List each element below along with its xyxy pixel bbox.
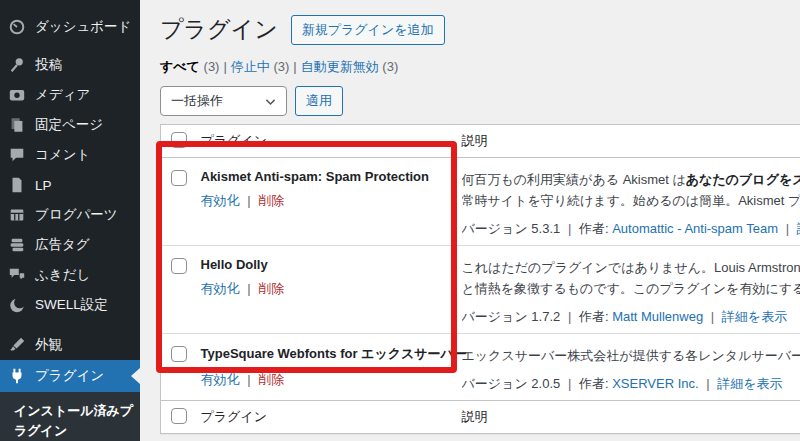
plugin-meta: バージョン 5.3.1 | 作者: Automattic - Anti-spam… — [462, 218, 800, 239]
plugins-page: プラグイン 新規プラグインを追加 すべて (3)|停止中 (3)|自動更新無効 … — [140, 0, 800, 441]
pages-icon — [8, 116, 26, 134]
select-all-checkbox[interactable] — [171, 132, 187, 148]
plugin-row-typesquare: TypeSquare Webfonts for エックスサーバー 有効化 | 削… — [161, 334, 800, 401]
filter-all-link[interactable]: すべて (3) — [160, 59, 219, 74]
comment-icon — [8, 146, 26, 164]
sidebar-item-plugins[interactable]: プラグイン — [0, 360, 140, 392]
plugin-description: 何百万もの利用実績がある Akismet はあなたのブログをスパムから — [462, 169, 800, 190]
plugin-description: と情熱を象徴するものです。このプラグインを有効にすると、すべて — [462, 278, 800, 299]
details-link[interactable]: 詳細を表示 — [717, 376, 782, 391]
apply-button-top[interactable]: 適用 — [295, 86, 343, 116]
activate-link[interactable]: 有効化 — [201, 372, 240, 387]
details-link[interactable]: 詳細を表示 — [722, 309, 787, 324]
sidebar-item-label: 外観 — [35, 336, 62, 354]
table-header-row: プラグイン 説明 — [161, 125, 800, 158]
row-checkbox[interactable] — [171, 170, 187, 186]
sidebar-item-label: プラグイン — [35, 367, 104, 385]
sidebar-item-label: SWELL設定 — [35, 296, 108, 314]
column-footer-plugin: プラグイン — [194, 401, 455, 434]
appearance-brush-icon — [8, 336, 26, 354]
admin-menu: ダッシュボード 投稿 メディア 固定ページ コメント LP ブログパーツ 広告 — [0, 0, 140, 392]
author-link[interactable]: Automattic - Anti-spam Team — [612, 221, 778, 236]
page-title: プラグイン — [160, 15, 278, 45]
speech-bubble-icon — [8, 266, 26, 284]
activate-link[interactable]: 有効化 — [201, 193, 240, 208]
plugin-row-hello-dolly: Hello Dolly 有効化 | 削除 これはただのプラグインではありません。… — [161, 246, 800, 334]
media-icon — [8, 86, 26, 104]
plugin-name: TypeSquare Webfonts for エックスサーバー — [201, 345, 448, 363]
swell-icon — [8, 296, 26, 314]
active-menu-arrow — [131, 368, 140, 384]
sidebar-item-label: メディア — [35, 86, 90, 104]
plugin-description: 常時サイトを守り続けます。始めるのは簡単。Akismet プラグインを — [462, 190, 800, 211]
sidebar-item-blog-parts[interactable]: ブログパーツ — [0, 200, 140, 230]
sidebar-item-label: コメント — [35, 146, 90, 164]
delete-link[interactable]: 削除 — [258, 281, 284, 296]
pin-icon — [8, 56, 26, 74]
admin-sidebar: ダッシュボード 投稿 メディア 固定ページ コメント LP ブログパーツ 広告 — [0, 0, 140, 441]
row-checkbox[interactable] — [171, 258, 187, 274]
select-all-checkbox[interactable] — [171, 408, 187, 424]
submenu-item-label: インストール済みプラグイン — [14, 403, 133, 438]
sidebar-item-label: ブログパーツ — [35, 206, 118, 224]
plugin-icon — [8, 367, 26, 385]
dashboard-icon — [8, 18, 26, 36]
sidebar-item-label: ふきだし — [35, 266, 90, 284]
sidebar-item-media[interactable]: メディア — [0, 80, 140, 110]
plugin-name: Akismet Anti-spam: Spam Protection — [201, 169, 448, 184]
sidebar-item-label: 広告タグ — [35, 236, 90, 254]
plugin-description: エックスサーバー株式会社が提供する各レンタルサーバーサービスで — [462, 345, 800, 366]
plugin-status-filters: すべて (3)|停止中 (3)|自動更新無効 (3) — [160, 58, 800, 76]
filter-inactive-link[interactable]: 停止中 (3) — [231, 59, 290, 74]
add-new-plugin-button[interactable]: 新規プラグインを追加 — [291, 15, 445, 45]
sidebar-item-fukidashi[interactable]: ふきだし — [0, 260, 140, 290]
ad-tag-icon — [8, 236, 26, 254]
plugin-name: Hello Dolly — [201, 257, 448, 272]
document-icon — [8, 176, 26, 194]
sidebar-item-label: ダッシュボード — [35, 18, 131, 36]
plugin-row-akismet: Akismet Anti-spam: Spam Protection 有効化 |… — [161, 158, 800, 246]
sidebar-item-comments[interactable]: コメント — [0, 140, 140, 170]
activate-link[interactable]: 有効化 — [201, 281, 240, 296]
sidebar-item-lp[interactable]: LP — [0, 170, 140, 200]
delete-link[interactable]: 削除 — [258, 193, 284, 208]
table-footer-row: プラグイン 説明 — [161, 401, 800, 434]
sidebar-item-appearance[interactable]: 外観 — [0, 330, 140, 360]
author-link[interactable]: XSERVER Inc. — [612, 376, 698, 391]
row-checkbox[interactable] — [171, 346, 187, 362]
delete-link[interactable]: 削除 — [258, 372, 284, 387]
column-header-plugin: プラグイン — [194, 125, 455, 158]
author-link[interactable]: Matt Mullenweg — [612, 309, 703, 324]
plugin-meta: バージョン 1.7.2 | 作者: Matt Mullenweg | 詳細を表示 — [462, 306, 800, 327]
sidebar-item-label: 固定ページ — [35, 116, 103, 134]
sidebar-item-pages[interactable]: 固定ページ — [0, 110, 140, 140]
sidebar-item-installed-plugins[interactable]: インストール済みプラグイン — [0, 392, 140, 441]
sidebar-item-label: LP — [35, 178, 52, 193]
chevron-down-icon — [264, 95, 277, 108]
blog-parts-icon — [8, 206, 26, 224]
bulk-actions-top: 一括操作 適用 — [160, 86, 800, 116]
column-footer-description: 説明 — [455, 401, 800, 434]
plugin-description: これはただのプラグインではありません。Louis Armstrong によって — [462, 257, 800, 278]
filter-autoupdate-disabled-link[interactable]: 自動更新無効 (3) — [301, 59, 399, 74]
sidebar-item-label: 投稿 — [35, 56, 62, 74]
sidebar-item-swell-settings[interactable]: SWELL設定 — [0, 290, 140, 320]
bulk-action-select[interactable]: 一括操作 — [160, 86, 287, 116]
plugins-table: プラグイン 説明 Akismet Anti-spam: Spam Protect… — [160, 124, 800, 434]
sidebar-item-dashboard[interactable]: ダッシュボード — [0, 12, 140, 42]
plugin-meta: バージョン 2.0.5 | 作者: XSERVER Inc. | 詳細を表示 — [462, 373, 800, 394]
column-header-description: 説明 — [455, 125, 800, 158]
sidebar-item-ad-tag[interactable]: 広告タグ — [0, 230, 140, 260]
sidebar-item-posts[interactable]: 投稿 — [0, 50, 140, 80]
